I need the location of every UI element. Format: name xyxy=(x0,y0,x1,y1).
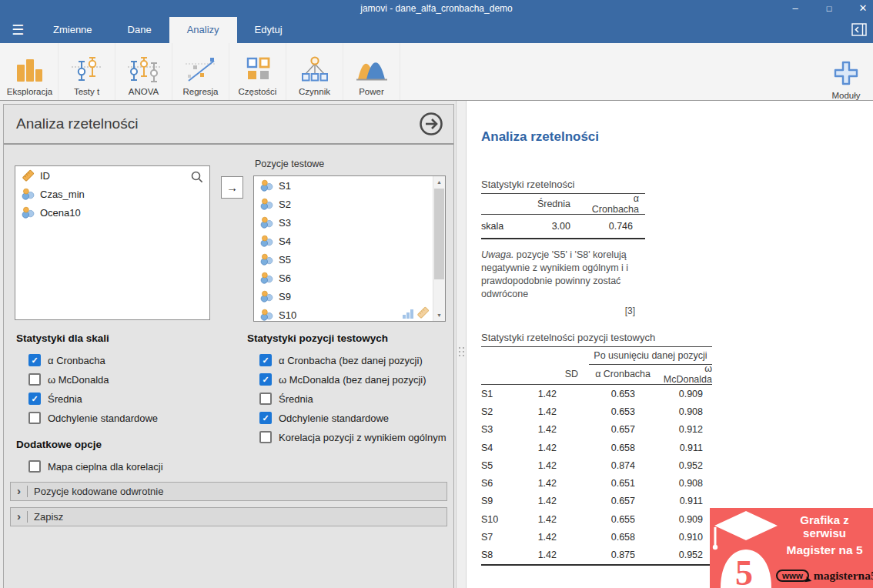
target-list-scrollbar[interactable]: ▲ ▼ xyxy=(433,176,445,321)
scroll-up-icon[interactable]: ▲ xyxy=(433,176,445,188)
checkbox-alpha-if-dropped[interactable]: ✓ α Cronbacha (bez danej pozycji) xyxy=(259,352,423,368)
watermark-banner: 5 Grafika z serwisu Magister na 5 www ➤ … xyxy=(710,508,873,588)
nominal-variable-icon xyxy=(260,235,273,247)
maximize-button[interactable]: □ xyxy=(824,0,835,17)
target-item[interactable]: S5 xyxy=(254,250,445,269)
target-list-label: Pozycje testowe xyxy=(255,159,324,169)
move-to-target-button[interactable]: → xyxy=(221,176,243,199)
nominal-variable-icon xyxy=(260,253,273,266)
checkbox-mean[interactable]: ✓ Średnia xyxy=(28,391,82,406)
ribbon-button-eksploracja[interactable]: Eksploracja xyxy=(2,43,59,100)
table-row: S51.420.8740.952 xyxy=(481,456,712,474)
available-variables-list[interactable]: ID Czas_min Ocena10 xyxy=(15,165,210,320)
ribbon-button-anova[interactable]: ANOVA xyxy=(115,43,172,100)
splitter-handle-icon[interactable] xyxy=(459,347,464,356)
ribbon-label: Częstości xyxy=(239,87,277,96)
variable-name: Czas_min xyxy=(40,189,85,200)
panel-splitter[interactable] xyxy=(456,101,467,588)
target-item[interactable]: S1 xyxy=(254,176,445,195)
title-bar: jamovi - dane_alfa_cronbacha_demo – □ ✕ xyxy=(0,0,873,17)
checkbox-item-sd[interactable]: ✓ Odchylenie standardowe xyxy=(259,410,389,426)
regression-icon xyxy=(185,54,217,85)
checkbox-correlation-heatmap[interactable]: ✓ Mapa cieplna dla korelacji xyxy=(28,459,163,474)
watermark-site-row: www ➤ magisterna5.pl xyxy=(776,569,873,583)
checkbox-mcdonald-omega[interactable]: ✓ ω McDonalda xyxy=(28,372,109,387)
checkbox-item-mean[interactable]: ✓ Średnia xyxy=(259,391,313,406)
test-items-list[interactable]: S1 S2 S3 S4 S5 S6 xyxy=(253,175,446,322)
nominal-variable-icon xyxy=(260,290,273,302)
group-title-item-stats: Statystyki pozycji testowych xyxy=(247,332,388,344)
section-reverse-scored-items[interactable]: › Pozycje kodowane odwrotnie xyxy=(10,482,447,501)
checkbox-icon: ✓ xyxy=(28,412,41,424)
search-icon[interactable] xyxy=(190,170,204,187)
ribbon-button-moduly[interactable]: Moduły xyxy=(821,43,871,104)
nominal-variable-icon xyxy=(22,188,35,200)
item-reliability-table: Statystyki rzetelności pozycji testowych… xyxy=(481,332,712,566)
checkbox-cronbach-alpha[interactable]: ✓ α Cronbacha xyxy=(28,352,105,368)
factor-icon xyxy=(298,54,332,85)
checkbox-sd[interactable]: ✓ Odchylenie standardowe xyxy=(28,410,158,426)
nominal-variable-icon xyxy=(260,179,273,192)
nominal-variable-icon xyxy=(260,309,273,321)
target-item[interactable]: S3 xyxy=(254,213,445,232)
watermark-line1: Grafika z serwisu xyxy=(778,513,871,540)
modules-plus-icon xyxy=(831,58,861,89)
ribbon-button-power[interactable]: Power xyxy=(343,43,400,100)
hide-options-button[interactable] xyxy=(416,109,446,139)
variable-item-id[interactable]: ID xyxy=(15,166,209,185)
ribbon-button-czestosci[interactable]: Częstości xyxy=(229,43,286,100)
scrollbar-thumb[interactable] xyxy=(434,189,444,279)
checkbox-item-rest-correlation[interactable]: ✓ Korelacja pozycji z wynikiem ogólnym xyxy=(259,429,446,445)
continuous-mini-icon xyxy=(416,306,430,319)
target-item[interactable]: S4 xyxy=(254,232,445,250)
window-controls: – □ ✕ xyxy=(790,0,868,17)
variable-name: S6 xyxy=(279,272,291,284)
tab-analizy[interactable]: Analizy xyxy=(169,17,237,43)
ribbon-label: ANOVA xyxy=(129,87,159,96)
table-header-row: SD α Cronbacha ω McDonalda xyxy=(481,364,712,385)
analysis-title: Analiza rzetelności xyxy=(16,115,416,132)
tab-zmienne[interactable]: Zmienne xyxy=(35,17,110,43)
results-panel-toggle-icon[interactable] xyxy=(851,23,867,36)
section-save[interactable]: › Zapisz xyxy=(10,507,447,526)
variable-name: Ocena10 xyxy=(40,207,81,219)
table-row: S11.420.6530.909 xyxy=(481,385,712,403)
group-title-scale-stats: Statystyki dla skali xyxy=(16,332,109,344)
close-button[interactable]: ✕ xyxy=(858,0,868,17)
ribbon-label: Regresja xyxy=(182,87,218,96)
nominal-variable-icon xyxy=(22,206,35,219)
section-label: Zapisz xyxy=(34,511,63,523)
chevron-right-icon: › xyxy=(17,510,21,522)
ribbon-button-regresja[interactable]: Regresja xyxy=(172,43,229,100)
results-note: Uwaga. pozycje 'S5' i 'S8' korelują nega… xyxy=(481,249,660,301)
variable-item-ocena10[interactable]: Ocena10 xyxy=(15,203,209,222)
tab-bar: ☰ Zmienne Dane Analizy Edytuj xyxy=(0,17,873,43)
watermark-site-url: magisterna5.pl xyxy=(814,569,873,583)
checkbox-icon: ✓ xyxy=(259,354,272,366)
tab-edytuj[interactable]: Edytuj xyxy=(237,17,300,43)
target-item[interactable]: S6 xyxy=(254,269,445,287)
ribbon-label: Czynnik xyxy=(299,87,330,96)
checkbox-label: Mapa cieplna dla korelacji xyxy=(48,461,163,473)
checkbox-label: ω McDonalda xyxy=(48,374,109,386)
ribbon-button-testy-t[interactable]: Testy t xyxy=(59,43,115,100)
minimize-button[interactable]: – xyxy=(790,0,801,17)
span-header: Po usunięciu danej pozycji xyxy=(589,347,712,365)
variable-name: S4 xyxy=(279,236,291,247)
ribbon-button-czynnik[interactable]: Czynnik xyxy=(286,43,343,100)
table-body: S11.420.6530.909 S21.420.6530.908 S31.42… xyxy=(481,385,712,566)
checkbox-label: Średnia xyxy=(279,393,313,405)
scroll-down-icon[interactable]: ▼ xyxy=(433,309,445,321)
column-header-mean: Średnia xyxy=(529,199,589,209)
variable-item-czas-min[interactable]: Czas_min xyxy=(15,185,209,203)
tab-dane[interactable]: Dane xyxy=(110,17,169,43)
target-item[interactable]: S2 xyxy=(254,195,445,213)
checkbox-omega-if-dropped[interactable]: ✓ ω McDonalda (bez danej pozycji) xyxy=(259,372,426,387)
table-row: S41.420.6580.911 xyxy=(481,439,712,456)
variable-name: S2 xyxy=(279,199,291,210)
variable-name: S1 xyxy=(279,180,291,192)
menu-button[interactable]: ☰ xyxy=(0,17,35,43)
section-label: Pozycje kodowane odwrotnie xyxy=(34,486,163,497)
ribbon-label: Testy t xyxy=(74,87,99,96)
target-item[interactable]: S9 xyxy=(254,287,445,306)
